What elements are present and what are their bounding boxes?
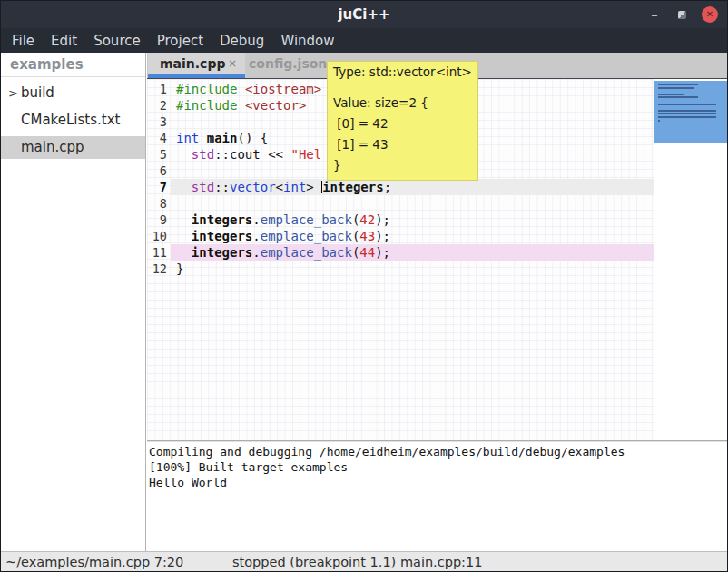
app-window: juCi++ – ✕ File Edit Source Project Debu… [0, 0, 728, 572]
minimap-line [658, 94, 684, 95]
code-text: integers.emplace_back(44); [171, 244, 654, 261]
code-text [171, 195, 654, 212]
minimap-line [658, 84, 698, 85]
menu-window[interactable]: Window [280, 33, 334, 49]
line-number[interactable]: 1 [147, 81, 171, 97]
line-number[interactable]: 3 [147, 113, 171, 130]
minimap-line [658, 120, 660, 122]
tree-item-main-cpp[interactable]: main.cpp [1, 136, 145, 159]
tree-item-label: CMakeLists.txt [21, 112, 120, 128]
close-icon: ✕ [702, 6, 718, 23]
console-line: Compiling and debugging /home/eidheim/ex… [149, 444, 727, 459]
restore-button[interactable] [671, 1, 693, 28]
code-line-8[interactable]: 8 [147, 195, 654, 212]
tree-item-build[interactable]: > build [1, 82, 145, 104]
line-number[interactable]: 12 [147, 261, 171, 277]
line-number[interactable]: 6 [147, 163, 171, 179]
menu-edit[interactable]: Edit [51, 33, 77, 49]
project-name-header: examples [1, 53, 145, 77]
code-text: integers.emplace_back(42); [171, 212, 654, 228]
titlebar[interactable]: juCi++ – ✕ [1, 1, 727, 28]
status-file-position: ~/examples/main.cpp 7:20 [5, 553, 183, 571]
menu-source[interactable]: Source [93, 33, 141, 49]
code-line-9[interactable]: 9 integers.emplace_back(42); [147, 212, 654, 228]
restore-icon [678, 11, 686, 19]
tooltip-type-line: Type: std::vector<int> [333, 64, 472, 79]
console-line: Hello World [149, 475, 727, 490]
window-title: juCi++ [1, 1, 727, 28]
code-text: std::vector<int> integers; [171, 179, 654, 195]
minimap-line [658, 96, 698, 98]
debug-value-tooltip: Type: std::vector<int> Value: size=2 { [… [327, 61, 478, 181]
minimap-line [658, 87, 694, 89]
tab-close-icon[interactable]: × [228, 57, 237, 70]
code-line-10[interactable]: 10 integers.emplace_back(43); [147, 228, 654, 244]
chevron-right-icon[interactable]: > [8, 82, 18, 104]
file-tree-panel: examples > build CMakeLists.txt main.cpp [1, 53, 146, 553]
code-text: integers.emplace_back(43); [171, 228, 654, 244]
tree-item-cmakelists[interactable]: CMakeLists.txt [1, 109, 145, 132]
tab-config-json[interactable]: config.json [249, 56, 334, 71]
line-number[interactable]: 7 [147, 179, 171, 195]
code-line-11[interactable]: 11 integers.emplace_back(44); [147, 244, 654, 261]
tree-item-label: build [21, 84, 54, 101]
menubar: File Edit Source Project Debug Window [1, 28, 727, 53]
tab-label: main.cpp [160, 56, 225, 71]
minimap-line [658, 116, 716, 118]
code-line-12[interactable]: 12} [147, 261, 654, 277]
minimap-line [658, 113, 716, 114]
minimize-icon: – [651, 6, 658, 23]
line-number[interactable]: 5 [147, 146, 171, 163]
status-debug-state: stopped (breakpoint 1.1) main.cpp:11 [232, 553, 482, 571]
close-button[interactable]: ✕ [698, 1, 722, 28]
tree-item-label: main.cpp [21, 139, 84, 155]
line-number[interactable]: 2 [147, 97, 171, 113]
minimap-viewport[interactable] [654, 81, 727, 143]
active-tab-underline [148, 74, 245, 78]
menu-file[interactable]: File [12, 33, 34, 49]
tab-main-cpp[interactable]: main.cpp × [148, 53, 245, 78]
code-text: } [171, 261, 654, 277]
minimap-line [658, 104, 716, 105]
console-line: [100%] Built target examples [149, 459, 727, 475]
code-line-7[interactable]: 7 std::vector<int> integers; [147, 179, 654, 195]
console-output[interactable]: Compiling and debugging /home/eidheim/ex… [147, 440, 727, 553]
line-number[interactable]: 10 [147, 228, 171, 244]
line-number[interactable]: 11 [147, 244, 171, 261]
tooltip-value-block: Value: size=2 { [0] = 42 [1] = 43 } [333, 93, 472, 176]
menu-debug[interactable]: Debug [220, 33, 264, 49]
minimize-button[interactable]: – [644, 1, 665, 28]
line-number[interactable]: 8 [147, 195, 171, 212]
statusbar: ~/examples/main.cpp 7:20 stopped (breakp… [1, 551, 727, 571]
minimap[interactable] [654, 79, 727, 440]
minimap-line [658, 110, 716, 112]
line-number[interactable]: 9 [147, 212, 171, 228]
menu-project[interactable]: Project [157, 33, 203, 49]
line-number[interactable]: 4 [147, 130, 171, 146]
